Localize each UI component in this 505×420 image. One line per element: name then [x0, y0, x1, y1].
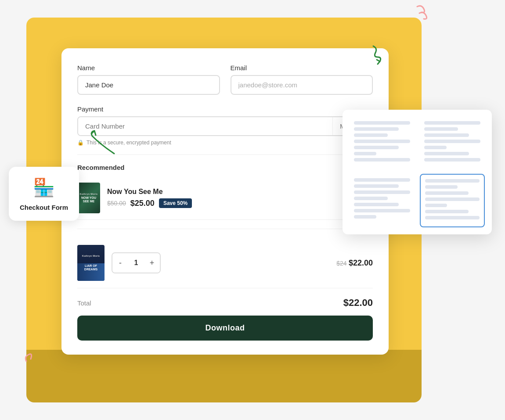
widget-line: [425, 191, 469, 195]
divider-1: [77, 154, 373, 155]
total-label: Total: [77, 299, 91, 307]
widget-line: [354, 152, 376, 155]
widget-item-2[interactable]: [420, 117, 485, 169]
rec-book-author: Kathryn Moris: [80, 193, 98, 195]
widget-line: [425, 179, 480, 183]
widget-line: [425, 185, 458, 189]
widget-panel: [343, 110, 492, 234]
checkout-label-box: 🏪 Checkout Form: [9, 167, 79, 221]
widget-item-4-selected[interactable]: [420, 174, 485, 227]
payment-label: Payment: [77, 105, 373, 113]
divider-2: [77, 229, 373, 229]
widget-line: [354, 158, 410, 162]
cart-section: Kathryn Moris LIAR OF DREAMS - + $24 $22…: [77, 238, 373, 288]
widget-line: [354, 133, 388, 137]
background-amber-dark: [26, 350, 422, 402]
quantity-decrease-button[interactable]: -: [112, 253, 128, 273]
cart-original-price: $24: [336, 260, 346, 267]
total-row: Total $22.00: [77, 288, 373, 316]
quantity-input[interactable]: [128, 259, 144, 267]
payment-row: [77, 116, 373, 136]
widget-line: [424, 121, 480, 125]
widget-line: [424, 158, 480, 162]
widget-line: [425, 216, 480, 219]
rec-info: Now You See Me $50.00 $25.00 Save 50%: [107, 188, 373, 208]
widget-line: [354, 146, 399, 149]
widget-line: [354, 121, 410, 125]
recommended-item: Kathryn Moris NOW YOU SEE ME Now You See…: [77, 176, 373, 220]
name-email-row: Name Email: [77, 64, 373, 95]
name-input[interactable]: [77, 75, 220, 95]
secure-note: 🔒 This is a secure, encrypted payment: [77, 140, 373, 146]
rec-price-row: $50.00 $25.00 Save 50%: [107, 198, 373, 208]
name-group: Name: [77, 64, 220, 95]
lock-icon: 🔒: [77, 140, 84, 146]
widget-line: [354, 140, 410, 143]
widget-line: [424, 127, 458, 131]
email-label: Email: [231, 64, 373, 72]
widget-line: [354, 203, 399, 206]
widget-item-3[interactable]: [350, 174, 415, 227]
widget-line: [354, 215, 376, 219]
email-group: Email: [231, 64, 373, 95]
rec-current-price: $25.00: [130, 199, 155, 208]
recommended-title: Recommended: [77, 164, 373, 171]
widget-line: [425, 197, 480, 201]
checkout-label-text: Checkout Form: [20, 203, 68, 212]
cart-current-price: $22.00: [349, 258, 373, 267]
widget-line: [354, 184, 399, 188]
widget-line: [424, 146, 447, 149]
total-value: $22.00: [343, 297, 373, 309]
recommended-section: Recommended Kathryn Moris NOW YOU SEE ME…: [77, 164, 373, 220]
widget-line: [354, 190, 410, 194]
save-badge: Save 50%: [159, 198, 192, 208]
widget-line: [424, 152, 469, 155]
cart-item-price: $24 $22.00: [336, 258, 373, 268]
rec-original-price: $50.00: [107, 200, 126, 207]
checkout-card: Name Email Payment 🔒 This is a secure, e…: [61, 48, 389, 355]
store-icon: 🏪: [33, 177, 55, 198]
rec-book-title: NOW YOU SEE ME: [79, 196, 98, 204]
widget-line: [425, 210, 469, 213]
quantity-control: - +: [112, 252, 161, 273]
arrow-left-decoration: [83, 127, 119, 165]
squiggle-green-decoration: [360, 44, 382, 72]
quantity-increase-button[interactable]: +: [144, 253, 160, 273]
widget-line: [425, 204, 447, 207]
widget-line: [424, 133, 469, 137]
widget-item-1[interactable]: [350, 117, 415, 169]
widget-line: [354, 127, 399, 131]
payment-section: Payment 🔒 This is a secure, encrypted pa…: [77, 105, 373, 146]
rec-item-title: Now You See Me: [107, 188, 373, 196]
cart-book-cover: Kathryn Moris LIAR OF DREAMS: [77, 245, 105, 281]
recommended-book-cover: Kathryn Moris NOW YOU SEE ME: [77, 183, 100, 213]
widget-line: [354, 197, 388, 200]
download-button[interactable]: Download: [77, 316, 373, 341]
name-label: Name: [77, 64, 220, 72]
squiggle-bottom-left-decoration: [22, 348, 44, 367]
widget-line: [354, 209, 410, 212]
squiggle-top-right-decoration: [404, 4, 430, 28]
widget-line: [424, 140, 480, 143]
cart-item: Kathryn Moris LIAR OF DREAMS - + $24 $22…: [77, 238, 373, 288]
widget-line: [354, 178, 410, 182]
email-input[interactable]: [231, 75, 373, 95]
cart-book-title: LIAR OF DREAMS: [79, 264, 103, 272]
cart-book-author: Kathryn Moris: [82, 255, 100, 257]
